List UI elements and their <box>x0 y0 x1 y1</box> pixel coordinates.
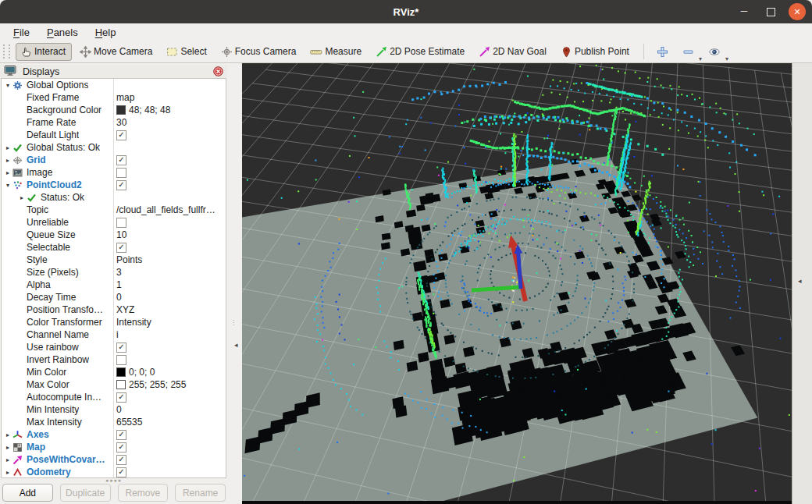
checkbox-unchecked[interactable] <box>116 218 126 228</box>
expand-arrow-down-icon[interactable]: ▾ <box>3 182 12 189</box>
row-value[interactable]: ✓ <box>116 453 126 466</box>
tree-row-background-color[interactable]: Background Color48; 48; 48 <box>2 104 226 116</box>
row-value[interactable]: 3 <box>116 266 122 279</box>
row-value[interactable]: ✓ <box>116 341 126 353</box>
checkbox-checked[interactable]: ✓ <box>116 130 126 140</box>
tree-row-invert-rainbow[interactable]: Invert Rainbow <box>2 353 226 366</box>
tree-row-posewithcovar[interactable]: ▸PoseWithCovar…✓ <box>2 453 226 466</box>
checkbox-checked[interactable]: ✓ <box>116 180 126 190</box>
tree-row-map[interactable]: ▸Map✓ <box>2 441 226 453</box>
row-value[interactable]: 0 <box>116 403 122 416</box>
row-value[interactable] <box>116 216 126 229</box>
toolbar-drag-handle[interactable] <box>3 44 10 59</box>
tool-button-focus-camera[interactable]: Focus Camera <box>216 43 303 61</box>
tree-row-unreliable[interactable]: Unreliable <box>2 216 226 229</box>
tree-row-decay-time[interactable]: Decay Time0 <box>2 291 226 303</box>
row-value[interactable]: map <box>116 91 134 104</box>
add-button[interactable]: Add <box>2 484 53 502</box>
row-value[interactable]: ✓ <box>116 241 126 254</box>
tree-row-channel-name[interactable]: Channel Namei <box>2 328 226 341</box>
tree-row-min-color[interactable]: Min Color0; 0; 0 <box>2 366 226 378</box>
minimize-button[interactable]: – <box>735 1 753 23</box>
tool-button-2d-nav-goal[interactable]: 2D Nav Goal <box>474 43 553 61</box>
tree-row-global-options[interactable]: ▾Global Options <box>2 79 226 91</box>
tree-row-max-color[interactable]: Max Color255; 255; 255 <box>2 378 226 391</box>
row-value[interactable]: /cloud_all_fields_fullfr… <box>116 204 215 216</box>
row-value[interactable]: ✓ <box>116 428 126 441</box>
checkbox-unchecked[interactable] <box>116 355 126 365</box>
panel-splitter[interactable]: ⋮ ◂ <box>227 63 242 504</box>
row-value[interactable]: 0 <box>116 291 122 303</box>
row-value[interactable]: ✓ <box>116 441 126 453</box>
checkbox-checked[interactable]: ✓ <box>116 392 126 403</box>
tool-button-measure[interactable]: Measure <box>305 43 368 61</box>
tool-button-views[interactable]: ▾ <box>703 43 727 61</box>
row-value[interactable] <box>116 353 126 366</box>
expand-arrow-down-icon[interactable]: ▾ <box>3 82 12 89</box>
row-value[interactable]: ✓ <box>116 179 126 191</box>
expand-arrow-right-icon[interactable]: ▸ <box>3 456 12 463</box>
tree-row-color-transformer[interactable]: Color TransformerIntensity <box>2 316 226 328</box>
row-value[interactable]: 30 <box>116 116 126 129</box>
row-value[interactable]: 1 <box>116 279 122 291</box>
tree-row-autocompute-in[interactable]: Autocompute In…✓ <box>2 391 226 403</box>
panel-close-button[interactable] <box>213 66 223 76</box>
row-value[interactable]: 65535 <box>116 416 142 428</box>
tree-row-min-intensity[interactable]: Min Intensity0 <box>2 403 226 416</box>
checkbox-checked[interactable]: ✓ <box>116 430 126 440</box>
expand-arrow-right-icon[interactable]: ▸ <box>17 194 27 201</box>
row-value[interactable]: 0; 0; 0 <box>116 366 155 378</box>
tool-button-move-camera[interactable]: Move Camera <box>75 43 158 61</box>
tool-button-2d-pose-estimate[interactable]: 2D Pose Estimate <box>371 43 471 61</box>
checkbox-unchecked[interactable] <box>116 168 126 178</box>
tree-row-queue-size[interactable]: Queue Size10 <box>2 229 226 241</box>
tool-button-select[interactable]: Select <box>162 43 212 61</box>
tree-row-topic[interactable]: Topic/cloud_all_fields_fullfr… <box>2 204 226 216</box>
tree-row-grid[interactable]: ▸Grid✓ <box>2 154 226 166</box>
maximize-button[interactable] <box>762 3 779 20</box>
row-value[interactable]: Points <box>116 254 142 266</box>
tree-row-selectable[interactable]: Selectable✓ <box>2 241 226 254</box>
right-splitter[interactable]: ◂ <box>792 63 812 504</box>
tool-button-publish-point[interactable]: Publish Point <box>556 43 636 61</box>
row-value[interactable]: ✓ <box>116 129 126 141</box>
tree-row-axes[interactable]: ▸Axes✓ <box>2 428 226 441</box>
tree-row-default-light[interactable]: Default Light✓ <box>2 129 226 141</box>
checkbox-checked[interactable]: ✓ <box>116 243 126 253</box>
tree-row-fixed-frame[interactable]: Fixed Framemap <box>2 91 226 104</box>
tree-row-style[interactable]: StylePoints <box>2 254 226 266</box>
tree-resize-grip[interactable]: ●●●● <box>0 478 227 483</box>
splitter-collapse-handle[interactable]: ◂ <box>234 341 238 349</box>
tree-row-size-pixels[interactable]: Size (Pixels)3 <box>2 266 226 279</box>
tree-row-position-transfo[interactable]: Position Transfo…XYZ <box>2 303 226 316</box>
checkbox-checked[interactable]: ✓ <box>116 343 126 353</box>
tree-row-use-rainbow[interactable]: Use rainbow✓ <box>2 341 226 353</box>
menu-item-panels[interactable]: Panels <box>38 25 87 40</box>
row-value[interactable]: ✓ <box>116 391 126 403</box>
close-button[interactable]: ✕ <box>789 3 806 20</box>
checkbox-checked[interactable]: ✓ <box>116 467 126 477</box>
menu-item-file[interactable]: File <box>5 25 38 40</box>
expand-arrow-right-icon[interactable]: ▸ <box>3 169 12 176</box>
tree-row-pointcloud2[interactable]: ▾PointCloud2✓ <box>2 179 226 191</box>
row-value[interactable]: i <box>116 328 119 341</box>
row-value[interactable]: ✓ <box>116 466 126 478</box>
expand-arrow-right-icon[interactable]: ▸ <box>3 144 12 151</box>
checkbox-checked[interactable]: ✓ <box>116 455 126 465</box>
render-canvas[interactable] <box>242 63 792 504</box>
row-value[interactable]: Intensity <box>116 316 151 328</box>
row-value[interactable]: 48; 48; 48 <box>116 104 170 116</box>
expand-arrow-right-icon[interactable]: ▸ <box>3 469 12 476</box>
checkbox-checked[interactable]: ✓ <box>116 442 126 453</box>
tree-row-max-intensity[interactable]: Max Intensity65535 <box>2 416 226 428</box>
expand-arrow-right-icon[interactable]: ▸ <box>3 157 12 164</box>
tree-row-odometry[interactable]: ▸Odometry✓ <box>2 466 226 478</box>
tree-row-alpha[interactable]: Alpha1 <box>2 279 226 291</box>
menu-item-help[interactable]: Help <box>87 25 125 40</box>
tool-button-zoom-out[interactable]: ▾ <box>678 43 700 61</box>
expand-arrow-right-icon[interactable]: ▸ <box>3 431 12 438</box>
tool-button-zoom-in[interactable] <box>652 43 675 61</box>
tree-row-image[interactable]: ▸Image <box>2 166 226 179</box>
tree-row-frame-rate[interactable]: Frame Rate30 <box>2 116 226 129</box>
row-value[interactable]: 255; 255; 255 <box>116 378 186 391</box>
